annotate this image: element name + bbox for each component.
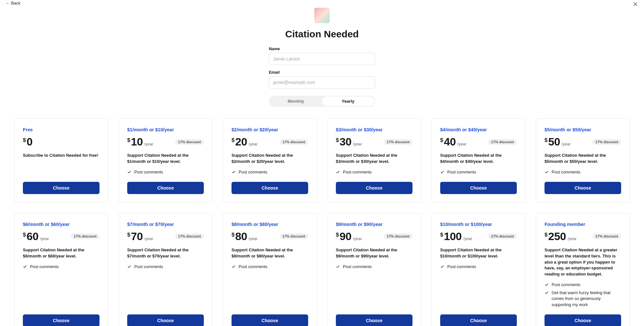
billing-toggle: Monthly Yearly	[269, 96, 375, 107]
plan-card: $7/month or $70/year$70/year17% discount…	[118, 213, 213, 326]
plan-card: $10/month or $100/year$100/year17% disco…	[431, 213, 526, 326]
check-icon	[127, 170, 131, 174]
plan-description: Support Citation Needed at the $1/month …	[127, 153, 204, 165]
price-period: /year	[249, 142, 258, 146]
plan-feature-text: Post comments	[134, 169, 163, 175]
plan-title: $6/month or $60/year	[23, 222, 99, 227]
discount-badge: 17% discount	[592, 233, 621, 239]
plan-title: $9/month or $90/year	[336, 222, 412, 227]
discount-badge: 17% discount	[175, 139, 204, 145]
plan-feature-text: Post comments	[552, 169, 581, 175]
discount-badge: 17% discount	[71, 233, 99, 239]
plan-price: $0	[23, 135, 33, 148]
plan-feature-text: Post comments	[447, 264, 476, 270]
choose-button[interactable]: Choose	[336, 182, 412, 194]
price-period: /year	[463, 237, 472, 241]
plan-description: Support Citation Needed at the $3/month …	[336, 153, 412, 165]
plan-title: $5/month or $50/year	[545, 127, 621, 132]
choose-button[interactable]: Choose	[127, 182, 204, 194]
currency-symbol: $	[545, 137, 547, 144]
plan-feature: Post comments	[127, 169, 204, 175]
price-period: /year	[457, 142, 466, 146]
currency-symbol: $	[232, 232, 234, 238]
check-icon	[440, 170, 444, 174]
page-title: Citation Needed	[0, 29, 644, 40]
plan-feature: Post comments	[440, 169, 517, 175]
discount-badge: 17% discount	[279, 139, 308, 145]
choose-button[interactable]: Choose	[127, 314, 204, 326]
plan-description: Support Citation Needed at the $6/month …	[23, 247, 99, 259]
check-icon	[336, 265, 340, 269]
plan-price: $100/year	[440, 230, 472, 243]
check-icon	[336, 170, 340, 174]
plan-description: Support Citation Needed at the $9/month …	[336, 247, 412, 259]
currency-symbol: $	[336, 232, 339, 238]
price-period: /year	[353, 237, 362, 241]
email-input[interactable]	[269, 76, 375, 88]
currency-symbol: $	[23, 232, 26, 238]
price-amount: 80	[235, 230, 247, 243]
price-amount: 250	[548, 230, 566, 243]
name-label: Name	[269, 47, 375, 51]
close-button[interactable]	[632, 1, 638, 8]
check-icon	[232, 265, 236, 269]
plan-card: $9/month or $90/year$90/year17% discount…	[327, 213, 421, 326]
choose-button[interactable]: Choose	[232, 314, 308, 326]
choose-button[interactable]: Choose	[232, 182, 308, 194]
plan-description: Support Citation Needed at the $7/month …	[127, 247, 204, 259]
plan-description: Support Citation Needed at the $5/month …	[545, 153, 621, 165]
discount-badge: 17% discount	[488, 139, 517, 145]
plan-feature: Get that warm fuzzy feeling that comes f…	[545, 290, 621, 308]
plan-feature-text: Post comments	[343, 169, 372, 175]
choose-button[interactable]: Choose	[440, 314, 517, 326]
check-icon	[232, 170, 236, 174]
plan-feature-text: Post comments	[239, 169, 268, 175]
plan-price: $50/year	[545, 135, 571, 148]
plan-card: Founding member$250/year17% discountSupp…	[536, 213, 630, 326]
plan-price: $60/year	[23, 230, 49, 243]
plan-title: $4/month or $40/year	[440, 127, 517, 132]
price-amount: 100	[444, 230, 461, 243]
price-amount: 20	[235, 135, 247, 148]
discount-badge: 17% discount	[592, 139, 621, 145]
toggle-yearly[interactable]: Yearly	[322, 97, 374, 106]
currency-symbol: $	[23, 137, 26, 144]
plan-price: $30/year	[336, 135, 362, 148]
plan-description: Support Citation Needed at the $4/month …	[440, 153, 517, 165]
toggle-monthly[interactable]: Monthly	[270, 97, 322, 106]
price-period: /year	[249, 237, 258, 241]
choose-button[interactable]: Choose	[545, 314, 621, 326]
plan-price: $20/year	[232, 135, 258, 148]
choose-button[interactable]: Choose	[23, 314, 99, 326]
currency-symbol: $	[545, 232, 547, 238]
choose-button[interactable]: Choose	[545, 182, 621, 194]
choose-button[interactable]: Choose	[23, 182, 99, 194]
price-amount: 70	[131, 230, 143, 243]
plan-feature: Post comments	[127, 264, 204, 270]
plan-feature-text: Post comments	[134, 264, 163, 270]
plan-card: $8/month or $80/year$80/year17% discount…	[223, 213, 317, 326]
choose-button[interactable]: Choose	[440, 182, 517, 194]
discount-badge: 17% discount	[488, 233, 517, 239]
email-label: Email	[269, 70, 375, 75]
plan-title: $1/month or $10/year	[127, 127, 204, 132]
plan-card: $4/month or $40/year$40/year17% discount…	[431, 118, 526, 203]
price-period: /year	[568, 237, 577, 241]
plan-feature-text: Post comments	[239, 264, 268, 270]
check-icon	[23, 265, 27, 269]
plan-title: Founding member	[545, 222, 621, 227]
plan-title: $8/month or $80/year	[232, 222, 308, 227]
close-icon	[632, 1, 638, 7]
plan-price: $80/year	[232, 230, 258, 243]
plan-card: $6/month or $60/year$60/year17% discount…	[14, 213, 108, 326]
back-link[interactable]: ← Back	[6, 1, 21, 5]
name-input[interactable]	[269, 53, 375, 65]
price-amount: 60	[26, 230, 38, 243]
choose-button[interactable]: Choose	[336, 314, 412, 326]
plan-card: Free$0Subscribe to Citation Needed for f…	[14, 118, 108, 203]
plan-feature-text: Get that warm fuzzy feeling that comes f…	[552, 290, 621, 308]
currency-symbol: $	[127, 232, 130, 238]
plan-feature-text: Post comments	[552, 282, 581, 288]
currency-symbol: $	[336, 137, 339, 144]
price-amount: 50	[548, 135, 560, 148]
